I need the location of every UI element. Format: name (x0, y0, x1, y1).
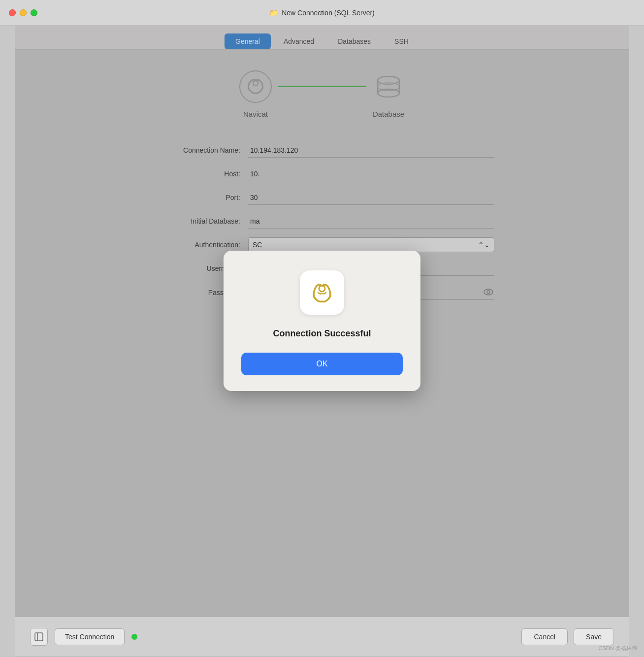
traffic-lights (9, 9, 37, 16)
save-button[interactable]: Save (574, 628, 614, 645)
connection-status-dot (131, 634, 137, 640)
sidebar-icon (34, 632, 43, 641)
window-title: New Connection (SQL Server) (282, 9, 375, 17)
window-title-area: 📁 New Connection (SQL Server) (269, 9, 375, 17)
dialog-navicat-icon (307, 278, 337, 307)
dialog-navicat-icon-container (300, 270, 344, 315)
cancel-button[interactable]: Cancel (521, 628, 568, 645)
minimize-button[interactable] (20, 9, 27, 16)
dialog-ok-button[interactable]: OK (241, 353, 403, 375)
title-folder-icon: 📁 (269, 9, 278, 17)
main-window: General Advanced Databases SSH Navicat (15, 26, 629, 617)
maximize-button[interactable] (31, 9, 37, 16)
dialog-overlay: Connection Successful OK (15, 26, 629, 616)
watermark: CSDN @杨林伟 (599, 645, 637, 652)
success-dialog: Connection Successful OK (224, 251, 420, 391)
bottom-bar: Test Connection Cancel Save (15, 617, 629, 657)
sidebar-toggle-button[interactable] (30, 628, 48, 646)
bottom-right-area: Cancel Save (521, 628, 614, 645)
test-connection-button[interactable]: Test Connection (55, 628, 125, 645)
bottom-left-area: Test Connection (30, 628, 137, 646)
dialog-title: Connection Successful (273, 328, 371, 339)
svg-rect-11 (35, 633, 43, 641)
title-bar: 📁 New Connection (SQL Server) (0, 0, 644, 26)
svg-rect-9 (307, 278, 337, 307)
close-button[interactable] (9, 9, 16, 16)
